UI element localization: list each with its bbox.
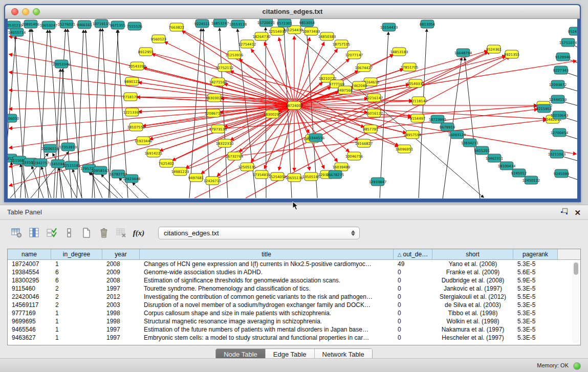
graph-node[interactable]: 9671355 [110, 21, 125, 29]
graph-node-selected[interactable]: 16016127 [365, 109, 383, 117]
graph-node[interactable]: 20053346 [53, 60, 71, 68]
graph-node[interactable]: 10462311 [486, 154, 504, 162]
row-select-icon[interactable] [46, 227, 58, 239]
column-header-in_degree[interactable]: in_degree [51, 249, 102, 260]
graph-node-selected[interactable]: 7663822 [169, 23, 184, 31]
graph-node[interactable]: 16648794 [454, 49, 472, 57]
citation-network-graph[interactable]: 1872400711254439125549391826473012754412… [8, 19, 577, 199]
graph-node-selected[interactable]: 13505185 [302, 172, 320, 181]
graph-node-selected[interactable]: 18322310 [216, 139, 234, 147]
graph-node-selected[interactable]: 2718170 [123, 93, 138, 101]
graph-node[interactable]: 15751074 [559, 38, 577, 47]
graph-node[interactable]: 20891406 [22, 20, 40, 28]
graph-node-selected[interactable]: 12752112 [216, 63, 234, 72]
graph-node[interactable]: 9415201 [474, 146, 490, 155]
graph-node[interactable]: 8572301 [277, 19, 292, 27]
graph-node-selected[interactable]: 12118147 [410, 97, 428, 105]
graph-node-selected[interactable]: 7625402 [159, 159, 174, 167]
graph-node-selected[interactable]: 19166827 [355, 139, 373, 147]
graph-node-selected[interactable]: 14271564 [209, 78, 227, 86]
graph-node[interactable]: 15276021 [58, 20, 76, 28]
graph-node[interactable]: 12933847 [369, 178, 387, 186]
graph-node[interactable]: 9227343 [553, 66, 569, 74]
graph-node[interactable]: 12834211 [461, 139, 479, 147]
graph-node[interactable]: 10553128 [229, 20, 247, 28]
column-header-out_de[interactable]: △out_de… [394, 249, 432, 260]
graph-node-selected[interactable]: 12754412 [238, 40, 256, 48]
graph-node[interactable]: 15344556 [307, 134, 325, 142]
graph-node-selected[interactable]: 12086712 [205, 109, 223, 117]
graph-node-selected[interactable]: 12216147 [365, 94, 383, 102]
graph-node[interactable]: 12450122 [522, 176, 540, 184]
graph-node-selected[interactable]: 17851705 [401, 63, 419, 71]
graph-node[interactable]: 8813054 [420, 20, 435, 28]
graph-node[interactable]: 9524199 [568, 27, 577, 35]
graph-node-selected[interactable]: 16096951 [396, 145, 413, 153]
graph-node-selected[interactable]: 14853183 [390, 48, 408, 56]
column-header-name[interactable]: name [8, 249, 51, 260]
table-row[interactable]: 1938455462009Genome-wide association stu… [8, 268, 580, 276]
graph-node[interactable]: 9245012 [511, 169, 527, 177]
graph-node-selected[interactable]: 8912955 [138, 48, 154, 56]
table-row[interactable]: 946362711997Embryonic stem cells: a mode… [8, 334, 580, 342]
column-header-short[interactable]: short [432, 249, 513, 260]
table-row[interactable]: 977716911998Corpus callosum shape and si… [8, 309, 580, 317]
table-row[interactable]: 2242004622012Investigating the contribut… [8, 293, 580, 301]
graph-node[interactable]: 17353919 [59, 143, 77, 151]
graph-node-selected[interactable]: 18757105 [333, 40, 351, 48]
network-canvas[interactable]: 1872400711254439125549391826473012754412… [8, 19, 577, 199]
row-height-icon[interactable] [63, 227, 75, 239]
graph-node-selected[interactable]: 10549331 [407, 79, 425, 87]
float-panel-icon[interactable] [560, 208, 568, 217]
graph-node[interactable]: 9215953 [536, 104, 552, 113]
graph-node[interactable]: 9245099 [554, 169, 569, 178]
graph-node[interactable]: 12515185 [63, 161, 81, 169]
graph-node[interactable]: 9224511 [194, 19, 210, 28]
table-scrollbar[interactable] [573, 261, 579, 343]
graph-node-selected[interactable]: 18300295 [264, 110, 281, 118]
graph-node-selected[interactable]: 11253916 [226, 51, 244, 59]
graph-node-selected[interactable]: 10543398 [128, 62, 146, 70]
graph-node-selected[interactable]: 15254051 [269, 172, 287, 181]
graph-node-selected[interactable]: 11923446 [135, 137, 153, 145]
graph-node-selected[interactable]: 18303022 [206, 94, 224, 102]
table-row[interactable]: 1456911722003Disruption of a novel membe… [8, 301, 580, 309]
graph-node[interactable]: 16678275 [326, 170, 344, 179]
table-row[interactable]: 1830029562008Estimation of significance … [8, 276, 580, 285]
window-titlebar[interactable]: citations_edges.txt [5, 5, 580, 19]
graph-node-selected[interactable]: 16039489 [333, 163, 351, 171]
graph-node-selected[interactable]: 16732764 [226, 152, 244, 160]
graph-node-selected[interactable]: 12077147 [345, 51, 363, 59]
function-builder-icon[interactable]: f(x) [133, 227, 145, 239]
graph-node[interactable]: 10653247 [40, 21, 58, 29]
graph-node[interactable]: 16853247 [211, 19, 229, 27]
close-panel-icon[interactable]: ✕ [574, 209, 581, 216]
delete-column-icon[interactable] [98, 227, 110, 239]
graph-node-selected[interactable]: 9497681 [188, 173, 204, 182]
graph-node[interactable]: 10154433 [380, 23, 398, 31]
graph-node-selected[interactable]: 10046756 [345, 152, 363, 160]
graph-node[interactable]: 10210643 [551, 111, 569, 119]
graph-node-selected[interactable]: 7462040 [352, 81, 367, 90]
scrollbar-thumb[interactable] [574, 262, 578, 275]
graph-node[interactable]: 12093872 [549, 80, 567, 89]
graph-node-selected[interactable]: 9890122 [124, 77, 140, 85]
show-column-icon[interactable] [28, 227, 40, 239]
graph-node[interactable]: 18723991 [429, 115, 447, 123]
graph-node[interactable]: 9466161 [77, 20, 92, 29]
graph-node-selected[interactable]: 10973493 [302, 27, 320, 35]
graph-node[interactable]: 12923448 [123, 174, 141, 183]
table-selector-dropdown[interactable]: citations_edges.txt [158, 227, 360, 239]
delete-table-icon[interactable] [115, 227, 127, 239]
graph-node-selected[interactable]: 12213363 [123, 108, 141, 116]
table-settings-icon[interactable] [11, 227, 23, 239]
graph-node[interactable]: 9679919 [440, 123, 455, 131]
graph-node[interactable]: 12342757 [32, 159, 50, 167]
graph-node-selected[interactable]: 9524361 [486, 45, 502, 53]
graph-node-selected[interactable]: 12426711 [204, 177, 222, 185]
graph-node-selected[interactable]: 9560123 [151, 35, 166, 43]
graph-node-selected[interactable]: 8921355 [504, 50, 519, 58]
column-header-title[interactable]: title [140, 249, 394, 260]
graph-node[interactable]: 15720021 [257, 19, 275, 27]
table-row[interactable]: 911546021997Tourette syndrome. Phenomeno… [8, 285, 580, 293]
